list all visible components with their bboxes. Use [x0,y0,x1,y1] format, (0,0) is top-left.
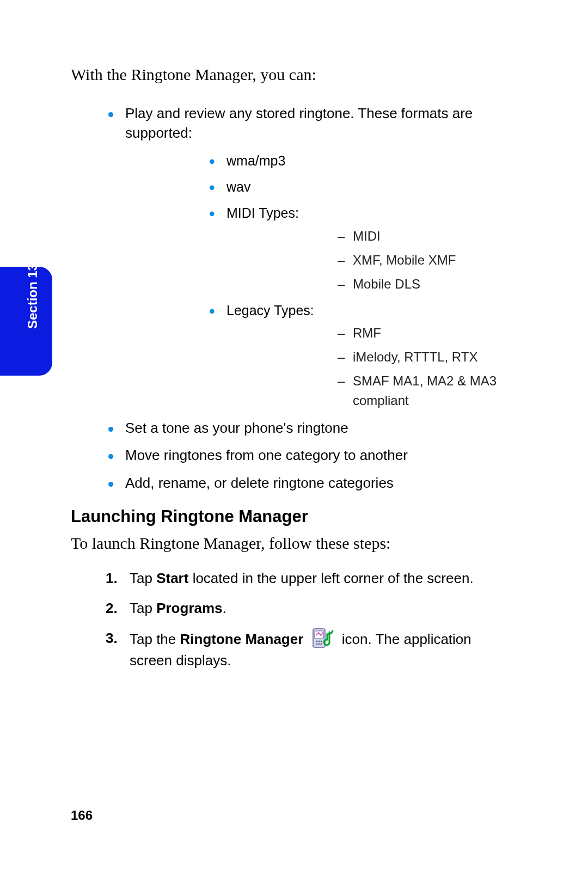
step-number: 3. [106,628,118,649]
legacy-type-item: iMelody, RTTTL, RTX [226,347,517,367]
intro-text: With the Ringtone Manager, you can: [71,65,517,84]
feature-item: Add, rename, or delete ringtone categori… [71,473,517,493]
step-number: 2. [106,598,118,619]
format-label: MIDI Types: [226,205,299,220]
page-content: With the Ringtone Manager, you can: Play… [71,65,517,680]
feature-item: Move ringtones from one category to anot… [71,445,517,465]
format-item: MIDI Types: MIDI XMF, Mobile XMF Mobile … [125,203,517,293]
steps-list: 1. Tap Start located in the upper left c… [71,568,517,671]
step-item: 1. Tap Start located in the upper left c… [71,568,517,589]
ringtone-manager-icon [311,628,335,648]
feature-text: Play and review any stored ringtone. The… [125,105,473,141]
step-text-pre: Tap [130,570,156,586]
page-number: 166 [71,808,93,823]
svg-point-7 [320,643,322,645]
format-item: wma/mp3 [125,151,517,170]
step-number: 1. [106,568,118,589]
svg-point-6 [318,643,320,645]
midi-type-item: Mobile DLS [226,274,517,294]
svg-rect-1 [315,631,323,639]
legacy-type-item: RMF [226,323,517,343]
format-label: Legacy Types: [226,303,314,318]
steps-intro: To launch Ringtone Manager, follow these… [71,534,517,553]
svg-point-4 [320,640,322,642]
step-item: 3. Tap the Ringtone Manager icon. The ap… [71,628,517,671]
section-tab-label: Section 13 [25,263,40,329]
legacy-type-item: SMAF MA1, MA2 & MA3 compliant [226,371,517,410]
section-heading: Launching Ringtone Manager [71,507,517,526]
step-item: 2. Tap Programs. [71,598,517,619]
format-item: wav [125,177,517,197]
step-text-bold: Programs [156,600,222,616]
svg-point-5 [316,643,317,645]
format-item: Legacy Types: RMF iMelody, RTTTL, RTX SM… [125,301,517,410]
svg-point-2 [316,640,317,642]
feature-list: Play and review any stored ringtone. The… [71,103,517,493]
midi-type-item: XMF, Mobile XMF [226,250,517,270]
step-text-post: located in the upper left corner of the … [188,570,473,586]
step-text-post: . [223,600,226,616]
legacy-type-list: RMF iMelody, RTTTL, RTX SMAF MA1, MA2 & … [226,323,517,410]
step-text-pre: Tap [130,600,156,616]
midi-type-item: MIDI [226,226,517,246]
feature-item: Play and review any stored ringtone. The… [71,103,517,410]
step-text-pre: Tap the [130,631,180,647]
svg-point-3 [318,640,320,642]
section-tab: Section 13 [0,267,52,376]
step-text-bold: Ringtone Manager [180,631,304,647]
midi-type-list: MIDI XMF, Mobile XMF Mobile DLS [226,226,517,294]
format-list: wma/mp3 wav MIDI Types: MIDI XMF, Mobile… [125,151,517,410]
feature-item: Set a tone as your phone's ringtone [71,418,517,438]
step-text-bold: Start [156,570,188,586]
